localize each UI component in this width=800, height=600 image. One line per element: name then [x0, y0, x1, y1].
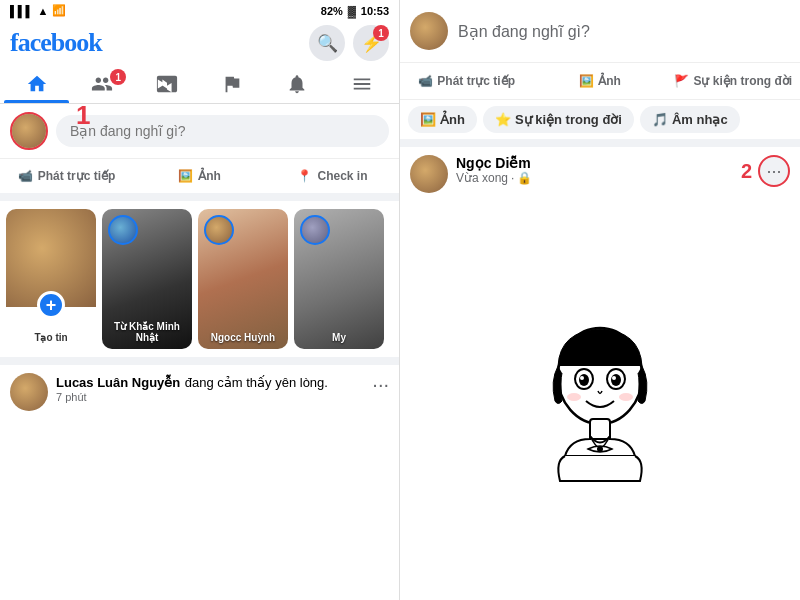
- right-post-time: Vừa xong: [456, 171, 508, 185]
- right-event-label: Sự kiện trong đời: [693, 74, 792, 88]
- svg-point-7: [567, 393, 581, 401]
- right-live-label: Phát trực tiếp: [437, 74, 515, 88]
- svg-point-10: [597, 446, 603, 452]
- post-options-button[interactable]: ···: [372, 373, 389, 396]
- facebook-logo: facebook: [10, 28, 102, 58]
- right-post-sub: Vừa xong · 🔒: [456, 171, 733, 185]
- data-icon: 📶: [52, 4, 66, 17]
- photo-extra-icon: 🖼️: [420, 112, 436, 127]
- live-icon: 📹: [18, 169, 33, 183]
- post-action: đang cảm thấy yên lòng.: [185, 375, 328, 390]
- checkin-icon: 📍: [297, 169, 312, 183]
- right-photo-label: Ảnh: [598, 74, 621, 88]
- right-photo-button[interactable]: 🖼️ Ảnh: [533, 67, 666, 95]
- nav-flag[interactable]: [200, 65, 265, 103]
- story-1-name: Từ Khắc Minh Nhật: [102, 321, 192, 343]
- badge-2-text: 2: [741, 160, 752, 183]
- top-icons: 🔍 ⚡ 1: [309, 25, 389, 61]
- svg-point-2: [579, 374, 589, 386]
- right-user-avatar: [410, 12, 448, 50]
- story-plus-icon: +: [37, 291, 65, 319]
- right-photo-extra-btn[interactable]: 🖼️ Ảnh: [408, 106, 477, 133]
- right-post-input[interactable]: Bạn đang nghĩ gì?: [458, 22, 590, 41]
- battery-percent: 82%: [321, 5, 343, 17]
- story-2-avatar: [204, 215, 234, 245]
- messenger-button[interactable]: ⚡ 1: [353, 25, 389, 61]
- svg-point-5: [611, 374, 621, 386]
- right-create-post: Bạn đang nghĩ gì?: [400, 0, 800, 63]
- right-post-meta: Ngọc Diễm Vừa xong · 🔒: [456, 155, 733, 185]
- nav-bell[interactable]: [265, 65, 330, 103]
- nav-home[interactable]: [4, 65, 69, 103]
- nav-video[interactable]: [134, 65, 199, 103]
- photo-button[interactable]: 🖼️ Ảnh: [133, 163, 266, 189]
- user-avatar[interactable]: [10, 112, 48, 150]
- event-extra-label: Sự kiện trong đời: [515, 112, 622, 127]
- right-music-extra-btn[interactable]: 🎵 Âm nhạc: [640, 106, 740, 133]
- story-3-name: My: [294, 332, 384, 343]
- create-story[interactable]: + Tạo tin: [6, 209, 96, 349]
- right-extra-actions: 🖼️ Ảnh ⭐ Sự kiện trong đời 🎵 Âm nhạc: [400, 100, 800, 147]
- right-post-avatar: [410, 155, 448, 193]
- live-label: Phát trực tiếp: [38, 169, 116, 183]
- nav-menu[interactable]: [330, 65, 395, 103]
- stories-section: + Tạo tin Từ Khắc Minh Nhật Ngocc Huỳnh …: [0, 201, 399, 365]
- avatar-image: [12, 114, 46, 148]
- right-live-icon: 📹: [418, 74, 433, 88]
- status-right: 82% ▓ 10:53: [321, 5, 389, 17]
- wifi-icon: ▲: [37, 5, 48, 17]
- post-input[interactable]: [56, 115, 389, 147]
- story-3-avatar: [300, 215, 330, 245]
- create-story-label: Tạo tin: [6, 332, 96, 343]
- people-badge: 1: [110, 69, 126, 85]
- status-bar: ▌▌▌ ▲ 📶 82% ▓ 10:53: [0, 0, 399, 21]
- checkin-button[interactable]: 📍 Check in: [266, 163, 399, 189]
- right-quick-actions: 📹 Phát trực tiếp 🖼️ Ảnh 🚩 Sự kiện trong …: [400, 63, 800, 100]
- right-post-area: Ngọc Diễm Vừa xong · 🔒 2 ···: [400, 147, 800, 201]
- search-button[interactable]: 🔍: [309, 25, 345, 61]
- svg-point-3: [580, 376, 584, 380]
- messenger-badge: 1: [373, 25, 389, 41]
- nav-people[interactable]: 1: [69, 65, 134, 103]
- right-panel: Bạn đang nghĩ gì? 📹 Phát trực tiếp 🖼️ Ản…: [400, 0, 800, 600]
- manga-area: [400, 201, 800, 600]
- manga-illustration: [500, 301, 700, 501]
- author-name: Lucas Luân Nguyễn: [56, 375, 180, 390]
- live-button[interactable]: 📹 Phát trực tiếp: [0, 163, 133, 189]
- post-preview: Lucas Luân Nguyễn đang cảm thấy yên lòng…: [0, 365, 399, 419]
- photo-extra-label: Ảnh: [440, 112, 465, 127]
- nav-bar: 1: [0, 65, 399, 104]
- right-event-extra-btn[interactable]: ⭐ Sự kiện trong đời: [483, 106, 634, 133]
- story-3[interactable]: My: [294, 209, 384, 349]
- story-2-name: Ngocc Huỳnh: [198, 332, 288, 343]
- story-2[interactable]: Ngocc Huỳnh: [198, 209, 288, 349]
- event-extra-icon: ⭐: [495, 112, 511, 127]
- left-panel: ▌▌▌ ▲ 📶 82% ▓ 10:53 facebook 🔍 ⚡ 1 1: [0, 0, 400, 600]
- create-post-area: [0, 104, 399, 159]
- photo-label: Ảnh: [198, 169, 221, 183]
- time-display: 10:53: [361, 5, 389, 17]
- lock-icon: ·: [511, 171, 514, 185]
- signal-icon: ▌▌▌: [10, 5, 33, 17]
- battery-icon: ▓: [348, 5, 356, 17]
- right-post-options-button[interactable]: ···: [758, 155, 790, 187]
- status-left: ▌▌▌ ▲ 📶: [10, 4, 66, 17]
- svg-rect-9: [590, 419, 610, 439]
- right-event-button[interactable]: 🚩 Sự kiện trong đời: [667, 67, 800, 95]
- checkin-label: Check in: [317, 169, 367, 183]
- right-live-button[interactable]: 📹 Phát trực tiếp: [400, 67, 533, 95]
- svg-point-8: [619, 393, 633, 401]
- right-event-icon: 🚩: [674, 74, 689, 88]
- privacy-lock: 🔒: [517, 171, 532, 185]
- post-author-name: Lucas Luân Nguyễn đang cảm thấy yên lòng…: [56, 373, 364, 391]
- post-meta: Lucas Luân Nguyễn đang cảm thấy yên lòng…: [56, 373, 364, 403]
- right-post-actions: 2 ···: [741, 155, 790, 187]
- quick-actions-left: 📹 Phát trực tiếp 🖼️ Ảnh 📍 Check in: [0, 159, 399, 201]
- story-1-avatar: [108, 215, 138, 245]
- svg-point-6: [612, 376, 616, 380]
- right-post-author: Ngọc Diễm: [456, 155, 733, 171]
- music-extra-label: Âm nhạc: [672, 112, 728, 127]
- music-extra-icon: 🎵: [652, 112, 668, 127]
- story-1[interactable]: Từ Khắc Minh Nhật: [102, 209, 192, 349]
- post-author-avatar: [10, 373, 48, 411]
